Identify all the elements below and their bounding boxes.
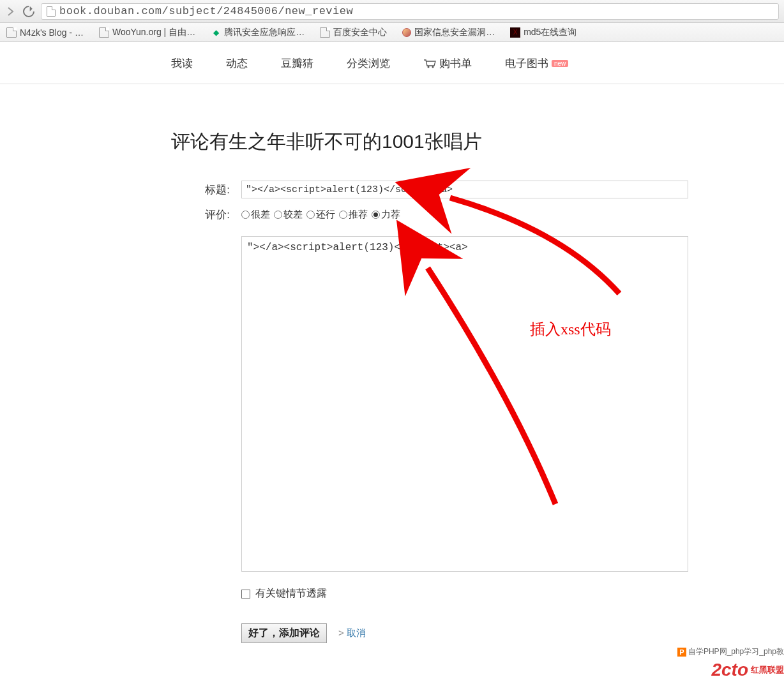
page-icon xyxy=(6,27,17,38)
reload-button[interactable] xyxy=(23,6,34,17)
watermark-brand-text: 2cto xyxy=(711,660,748,680)
radio-icon xyxy=(274,211,282,219)
content-area: 有关键情节透露 好了，添加评论 取消 xyxy=(241,231,688,643)
shield-icon: ◆ xyxy=(211,27,221,38)
bookmark-item[interactable]: 百度安全中心 xyxy=(320,27,387,38)
svg-point-0 xyxy=(428,66,430,68)
browser-toolbar: book.douban.com/subject/24845006/new_rev… xyxy=(0,0,784,23)
nav-cart[interactable]: 购书单 xyxy=(423,56,472,71)
nav-guess[interactable]: 豆瓣猜 xyxy=(281,56,313,71)
submit-button[interactable]: 好了，添加评论 xyxy=(241,623,327,643)
php-icon: P xyxy=(677,648,686,657)
page-title: 评论有生之年非听不可的1001张唱片 xyxy=(171,129,784,155)
rating-option-1[interactable]: 很差 xyxy=(241,209,270,221)
radio-icon xyxy=(339,211,347,219)
cancel-link[interactable]: 取消 xyxy=(338,627,366,639)
rating-option-2[interactable]: 较差 xyxy=(274,209,303,221)
radio-icon xyxy=(306,211,315,219)
content-textarea[interactable] xyxy=(241,236,688,572)
watermark-brand-sub: 红黑联盟 xyxy=(751,664,784,676)
nav-cart-label: 购书单 xyxy=(439,56,472,71)
bookmark-item[interactable]: WooYun.org | 自由… xyxy=(99,27,195,38)
rating-option-3[interactable]: 还行 xyxy=(306,209,335,221)
bookmark-label: 腾讯安全应急响应… xyxy=(224,27,305,38)
nav-browse[interactable]: 分类浏览 xyxy=(347,56,390,71)
rating-option-4[interactable]: 推荐 xyxy=(339,209,368,221)
bookmark-label: WooYun.org | 自由… xyxy=(112,27,195,38)
address-bar[interactable]: book.douban.com/subject/24845006/new_rev… xyxy=(41,3,779,20)
checkbox-icon xyxy=(241,590,250,598)
radio-icon-checked xyxy=(372,211,380,219)
nav-my-reads[interactable]: 我读 xyxy=(171,56,193,71)
cart-icon xyxy=(423,59,436,68)
bookmark-label: md5在线查询 xyxy=(524,27,577,38)
watermark-brand: 2cto 红黑联盟 xyxy=(711,660,784,680)
bookmark-label: N4zk's Blog - … xyxy=(20,27,84,38)
bookmarks-bar: N4zk's Blog - … WooYun.org | 自由… ◆ 腾讯安全应… xyxy=(0,23,784,42)
main-content: 评论有生之年非听不可的1001张唱片 标题: 评价: 很差 较差 还行 推荐 力… xyxy=(0,84,784,643)
bookmark-item[interactable]: ◆ 腾讯安全应急响应… xyxy=(211,27,305,38)
dark-icon: X xyxy=(510,27,520,38)
rating-row: 评价: 很差 较差 还行 推荐 力荐 xyxy=(171,207,784,222)
rating-option-5[interactable]: 力荐 xyxy=(372,209,400,221)
nav-activity[interactable]: 动态 xyxy=(226,56,248,71)
globe-icon xyxy=(402,28,411,37)
watermark-php-text: 自学PHP网_php学习_php教 xyxy=(688,646,784,657)
spoiler-label: 有关键情节透露 xyxy=(255,587,327,600)
new-badge: new xyxy=(552,60,568,67)
nav-ebook-label: 电子图书 xyxy=(505,56,548,71)
nav-ebook[interactable]: 电子图书 new xyxy=(505,56,568,71)
bookmark-item[interactable]: X md5在线查询 xyxy=(510,27,577,38)
title-label: 标题: xyxy=(171,182,241,197)
title-input[interactable] xyxy=(241,181,688,198)
submit-row: 好了，添加评论 取消 xyxy=(241,623,688,643)
bookmark-item[interactable]: N4zk's Blog - … xyxy=(6,27,84,38)
title-row: 标题: xyxy=(171,181,784,198)
page-icon xyxy=(99,27,109,38)
page-icon xyxy=(47,6,56,17)
annotation-text: 插入xss代码 xyxy=(530,319,611,339)
rating-label: 评价: xyxy=(171,207,241,222)
url-text: book.douban.com/subject/24845006/new_rev… xyxy=(59,5,353,17)
spoiler-row[interactable]: 有关键情节透露 xyxy=(241,587,688,600)
bookmark-item[interactable]: 国家信息安全漏洞… xyxy=(402,27,495,38)
reload-icon xyxy=(20,3,36,19)
rating-group: 很差 较差 还行 推荐 力荐 xyxy=(241,209,400,221)
radio-icon xyxy=(241,211,250,219)
page-icon xyxy=(320,27,330,38)
bookmark-label: 国家信息安全漏洞… xyxy=(414,27,495,38)
svg-point-1 xyxy=(432,66,434,68)
watermark-php: P 自学PHP网_php学习_php教 xyxy=(677,646,784,657)
bookmark-label: 百度安全中心 xyxy=(333,27,387,38)
forward-button[interactable] xyxy=(5,6,17,17)
site-nav: 我读 动态 豆瓣猜 分类浏览 购书单 电子图书 new xyxy=(0,42,784,84)
